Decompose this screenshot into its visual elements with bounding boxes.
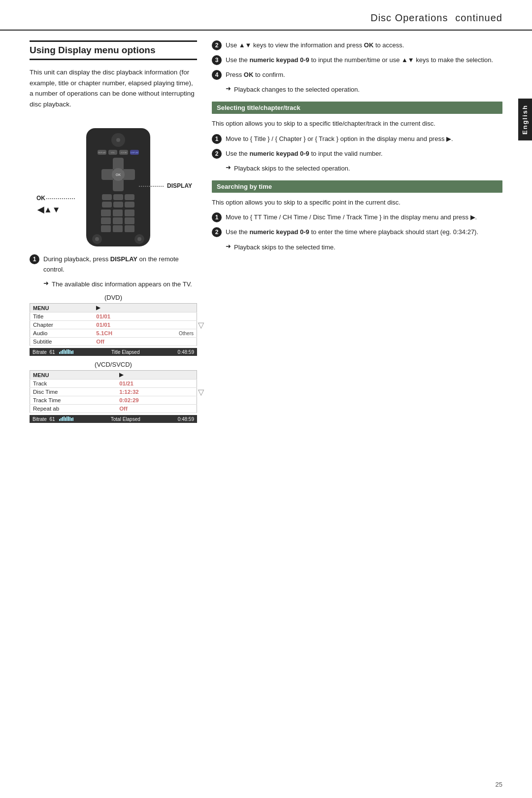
display-label: DISPLAY: [167, 182, 192, 189]
remote-middle-buttons: [90, 194, 146, 208]
vcd-track-extra: [181, 380, 197, 388]
time-step-num-2: 2: [212, 227, 222, 237]
step-num-2: 2: [212, 40, 222, 50]
ok-label: OK: [36, 195, 45, 202]
time-step-2-result: ➜ Playback skips to the selected time.: [226, 243, 502, 252]
vcd-disctime-extra: [181, 388, 197, 396]
arrow-sym-time: ➜: [226, 243, 231, 252]
chapter-step-2-result: ➜ Playback skips to the selected operati…: [226, 164, 502, 173]
dvd-row-chapter: Chapter 01/01: [30, 321, 197, 329]
dvd-audio-label: Audio: [30, 329, 94, 338]
page-header: Disc Operations continued: [0, 0, 532, 31]
vcd-repeat-val: Off: [116, 405, 181, 413]
step-num-3: 3: [212, 55, 222, 65]
dvd-chapter-extra: [146, 321, 197, 329]
dvd-audio-val: 5.1CH: [93, 329, 146, 338]
r-btn-e: [113, 202, 123, 208]
vcd-row-track: Track 01/21: [30, 380, 197, 388]
numpad-bold-ch: numeric keypad 0-9: [249, 150, 309, 157]
vcd-bars: [59, 416, 73, 421]
left-step-1: 1 During playback, press DISPLAY on the …: [30, 254, 197, 274]
arrow-text-1: The available disc information appears o…: [52, 279, 192, 289]
time-step-2: 2 Use the numeric keypad 0-9 to enter th…: [212, 227, 502, 237]
dvd-audio-extra: Others: [146, 329, 197, 338]
remote-btn-2: VOL: [108, 150, 117, 155]
remote-row-1: [90, 194, 146, 200]
r-side-btn-2: [134, 234, 144, 244]
chapter-step-num-1: 1: [212, 134, 222, 144]
vcd-footer-elapsed-val: 0:48:59: [178, 416, 194, 422]
dvd-table-wrapper: MENU ▶ Title 01/01 Chapter 01/01 Audio 5…: [30, 303, 197, 346]
vcd-track-val: 01/21: [116, 380, 181, 388]
r-btn-c: [125, 194, 134, 200]
time-step-text-1: Move to { TT Time / CH Time / Disc Time …: [226, 212, 477, 222]
dpad-ok: OK: [112, 168, 125, 181]
vcd-footer-elapsed-label: Total Elapsed: [111, 416, 140, 422]
language-tab: English: [518, 99, 532, 140]
r-btn-f: [125, 202, 134, 208]
arrow-sym-1: ➜: [43, 279, 49, 289]
chapter-desc: This option allows you to skip to a spec…: [212, 119, 502, 129]
num-1: [101, 209, 111, 216]
arrow-sym-4: ➜: [226, 85, 231, 95]
remote-dpad: OK: [101, 158, 135, 191]
main-content: Using Display menu options This unit can…: [0, 31, 532, 438]
numpad-bold-3: numeric keypad 0-9: [249, 56, 309, 64]
arrow-sym-ch: ➜: [226, 164, 231, 173]
dvd-title-extra: [146, 312, 197, 321]
r-right-side: [134, 234, 144, 244]
step-text-3: Use the numeric keypad 0-9 to input the …: [226, 55, 493, 65]
vcd-repeat-label: Repeat ab: [30, 405, 117, 413]
r-left-side: [92, 234, 102, 244]
time-step-num-1: 1: [212, 212, 222, 222]
numpad-bold-time: numeric keypad 0-9: [249, 228, 309, 236]
ok-bold-4: OK: [244, 71, 254, 78]
vcd-tracktime-extra: [181, 396, 197, 405]
vcd-h2: ▶: [116, 371, 181, 380]
dvd-chapter-label: Chapter: [30, 321, 94, 329]
right-step-2: 2 Use ▲▼ keys to view the information an…: [212, 40, 502, 50]
dvd-h1: MENU: [30, 304, 94, 312]
remote-illustration: REPLAY VOL ZOOM DISPLAY OK: [30, 118, 197, 246]
num-8: [113, 225, 123, 232]
vcd-row-disctime: Disc Time 1:12:32: [30, 388, 197, 396]
remote-numpad: [101, 209, 135, 232]
remote-body: REPLAY VOL ZOOM DISPLAY OK: [86, 128, 150, 246]
step-text-4: Press OK to confirm.: [226, 70, 285, 80]
arrow-text-4: Playback changes to the selected operati…: [234, 85, 360, 95]
dpad-down: [113, 179, 124, 191]
dvd-subtitle-label: Subtitle: [30, 338, 94, 346]
remote-bottom: [90, 234, 146, 244]
chapter-step-1: 1 Move to { Title } / { Chapter } or { T…: [212, 134, 502, 144]
dvd-header-row: MENU ▶: [30, 304, 197, 312]
dvd-chapter-val: 01/01: [93, 321, 146, 329]
chapter-step-text-2: Use the numeric keypad 0-9 to input the …: [226, 149, 383, 159]
title-text: Disc Operations: [370, 12, 448, 23]
num-4: [101, 217, 111, 224]
num-3: [125, 209, 134, 216]
chapter-section-header: Selecting title/chapter/track: [212, 102, 502, 114]
page-title: Disc Operations continued: [30, 9, 502, 25]
dpad-right: [123, 169, 135, 180]
num-9: [125, 225, 134, 232]
vcd-table: MENU ▶ Track 01/21 Disc Time 1:12:32 Tra…: [30, 370, 197, 413]
r-side-btn-1: [92, 234, 102, 244]
num-6: [125, 217, 134, 224]
dvd-bars: [59, 349, 73, 354]
num-7: [101, 225, 111, 232]
vcd-table-wrapper: MENU ▶ Track 01/21 Disc Time 1:12:32 Tra…: [30, 370, 197, 413]
section-title: Using Display menu options: [30, 40, 197, 60]
vcd-footer-bitrate: Bitrate 61: [33, 416, 73, 422]
vcd-row-tracktime: Track Time 0:02:29: [30, 396, 197, 405]
vcd-tracktime-label: Track Time: [30, 396, 117, 405]
vcd-header-row: MENU ▶: [30, 371, 197, 380]
vcd-footer: Bitrate 61 Total Elapsed 0:48:59: [30, 415, 197, 423]
vcd-row-repeat: Repeat ab Off: [30, 405, 197, 413]
remote-btn-1: REPLAY: [98, 150, 106, 155]
dvd-footer-bitrate: Bitrate 61: [33, 349, 73, 355]
dvd-title-label: Title: [30, 312, 94, 321]
vcd-track-label: Track: [30, 380, 117, 388]
vcd-scroll-arrow: ▽: [198, 387, 204, 396]
time-step-text-2: Use the numeric keypad 0-9 to enter the …: [226, 227, 478, 237]
arrow-text-ch: Playback skips to the selected operation…: [234, 164, 350, 173]
